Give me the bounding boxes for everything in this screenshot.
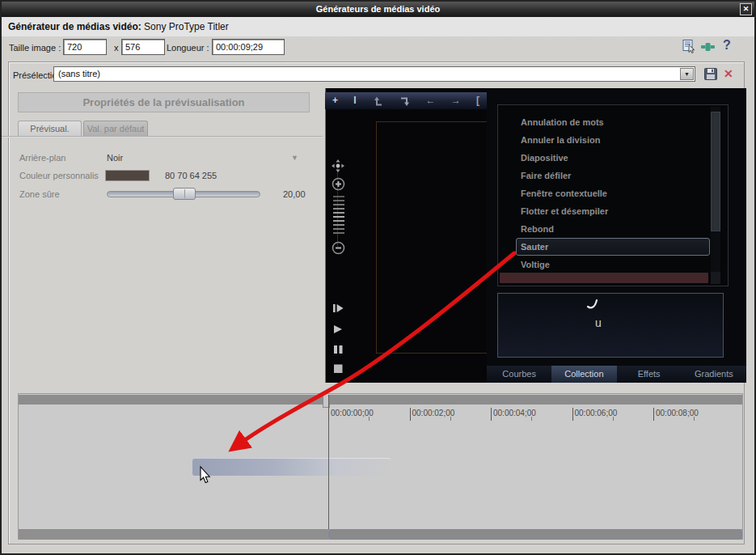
dropped-event-bar[interactable] (192, 458, 391, 476)
width-input[interactable] (63, 39, 107, 55)
pause-icon[interactable] (332, 344, 344, 355)
media-generators-window: Générateurs de médias vidéo ✕ Générateur… (0, 0, 756, 555)
collection-item[interactable]: Sauter (516, 238, 710, 256)
canvas-toolbar: + I ← → [ (325, 92, 487, 109)
ruler-minor-tick (369, 417, 370, 421)
help-icon[interactable]: ? (723, 38, 731, 53)
play-icon[interactable] (332, 324, 344, 335)
collection-item[interactable]: Annulation de mots (516, 113, 710, 131)
scrollbar-thumb[interactable] (711, 112, 720, 231)
ruler-tick (328, 408, 329, 421)
collection-item-clipped[interactable] (500, 273, 708, 283)
ruler-tick (410, 408, 411, 421)
timeline-ruler[interactable] (19, 405, 742, 423)
window-title: Générateurs de médias vidéo (316, 4, 440, 14)
background-value[interactable]: Noir (107, 153, 123, 163)
ruler-timestamp: 00:00:00;00 (331, 409, 374, 417)
tab-effets[interactable]: Effets (617, 366, 682, 383)
timeline[interactable]: 00:00:00;0000:00:02;0000:00:04;0000:00:0… (18, 393, 743, 540)
pan-tool-icon[interactable] (331, 159, 345, 173)
delete-preset-icon[interactable]: ✕ (724, 67, 733, 80)
safe-zone-label: Zone sûre (19, 189, 60, 199)
arrow-left-icon[interactable]: ← (425, 92, 435, 109)
generator-header: Générateur de médias vidéo: Sony ProType… (2, 17, 754, 36)
tab-courbes[interactable]: Courbes (487, 366, 551, 383)
zoom-out-icon[interactable] (332, 241, 345, 255)
length-input[interactable] (212, 39, 285, 55)
collection-list: Annulation de motsAnnuler la divisionDia… (497, 104, 729, 286)
ruler-timestamp: 00:00:04;00 (493, 409, 536, 417)
plugin-icon[interactable] (700, 42, 716, 52)
ruler-timestamp: 00:00:08;00 (656, 409, 699, 417)
timeline-loop-region[interactable] (328, 529, 742, 540)
tab-gradients[interactable]: Gradients (682, 366, 746, 383)
zoom-level-bars[interactable] (332, 196, 344, 236)
add-text-icon[interactable]: + (332, 92, 338, 109)
background-dropdown-icon[interactable]: ▼ (291, 154, 298, 162)
save-preset-icon[interactable] (704, 68, 717, 80)
size-label: Taille image : (9, 43, 61, 53)
media-generator-picker-icon[interactable] (682, 40, 697, 53)
ruler-tick (491, 408, 492, 421)
ruler-tick (653, 408, 654, 421)
arrow-right-icon[interactable]: → (451, 92, 461, 109)
collection-item[interactable]: Fenêtre contextuelle (516, 184, 710, 202)
ruler-minor-tick (450, 417, 451, 421)
safe-zone-slider-handle[interactable] (173, 188, 196, 200)
preview-letter: u (595, 316, 602, 329)
collection-item[interactable]: Rebond (516, 220, 710, 238)
text-cursor-icon[interactable]: I (353, 92, 356, 109)
tab-divider (2, 136, 323, 138)
collection-scrollbar[interactable] (711, 107, 720, 284)
collection-preview-box: u (497, 293, 724, 358)
length-label: Longueur : (167, 43, 209, 53)
ruler-minor-tick (613, 417, 614, 421)
corner-arrow-down-icon[interactable] (399, 95, 410, 107)
title-bar[interactable]: Générateurs de médias vidéo ✕ (2, 2, 754, 17)
ruler-tick (572, 408, 573, 421)
collection-tabs: CourbesCollectionEffetsGradients (487, 366, 746, 383)
zoom-in-icon[interactable] (332, 177, 345, 191)
preset-combobox[interactable]: (sans titre) ▼ (53, 66, 695, 82)
close-icon[interactable]: ✕ (740, 3, 752, 15)
stop-icon[interactable] (332, 363, 344, 374)
generator-header-value: Sony ProType Titler (144, 21, 229, 32)
safe-zone-value: 20,00 (283, 189, 306, 199)
chevron-down-icon[interactable]: ▼ (680, 68, 694, 80)
tab-val-par-defaut[interactable]: Val. par défaut (83, 121, 148, 136)
background-label: Arrière-plan (19, 153, 65, 163)
properties-title: Propriétés de la prévisualisation (18, 92, 310, 112)
generator-header-label: Générateur de médias vidéo: (8, 21, 141, 32)
timeline-scroll-band[interactable] (19, 395, 742, 405)
play-from-start-icon[interactable] (332, 303, 344, 314)
preset-value: (sans titre) (58, 69, 100, 78)
custom-color-value: 80 70 64 255 (165, 171, 217, 180)
ruler-minor-tick (531, 417, 532, 421)
custom-color-swatch[interactable] (105, 170, 150, 181)
height-input[interactable] (121, 39, 165, 55)
collection-item[interactable]: Voltige (516, 256, 710, 273)
ruler-timestamp: 00:00:06;00 (575, 409, 618, 417)
collection-item[interactable]: Faire défiler (516, 167, 710, 184)
custom-color-label: Couleur personnalis (19, 171, 99, 180)
curve-preview-glyph (585, 297, 602, 311)
collection-item[interactable]: Flotter et désempiler (516, 202, 710, 220)
ruler-timestamp: 00:00:02;00 (412, 409, 455, 417)
collection-item[interactable]: Diapositive (516, 149, 710, 167)
bracket-icon[interactable]: [ (476, 92, 479, 109)
corner-arrow-up-icon[interactable] (372, 95, 383, 107)
size-separator: x (114, 43, 119, 53)
safe-area-rect (376, 121, 489, 354)
ruler-minor-tick (694, 417, 695, 421)
tab-previsual[interactable]: Prévisual. (18, 121, 82, 136)
tab-collection[interactable]: Collection (551, 366, 616, 383)
scrollbar-end[interactable] (711, 272, 720, 284)
collection-item[interactable]: Annuler la division (516, 131, 710, 149)
